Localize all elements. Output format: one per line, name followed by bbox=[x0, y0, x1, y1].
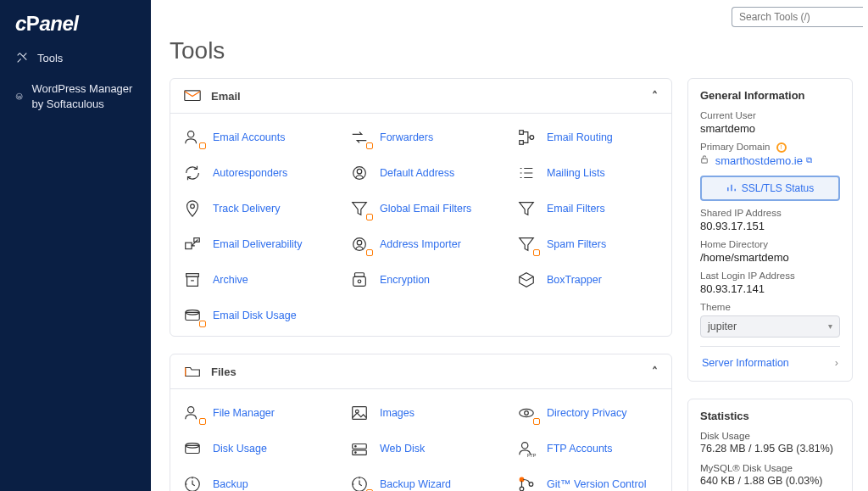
server-information-link[interactable]: Server Information › bbox=[700, 346, 840, 371]
chevron-up-icon: ˄ bbox=[652, 89, 658, 103]
feature-icon: FTP bbox=[515, 438, 538, 459]
feature-address-importer[interactable]: Address Importer bbox=[341, 229, 501, 259]
card-title: General Information bbox=[700, 89, 840, 102]
svg-rect-14 bbox=[187, 276, 198, 286]
feature-icon bbox=[348, 438, 371, 459]
feature-default-address[interactable]: Default Address bbox=[341, 158, 501, 188]
theme-select[interactable]: jupiter ▾ bbox=[700, 315, 840, 338]
svg-point-24 bbox=[525, 411, 529, 416]
feature-icon bbox=[515, 127, 538, 148]
feature-label: Track Delivery bbox=[213, 203, 280, 215]
stat-disk-usage: Disk Usage76.28 MB / 1.95 GB (3.81%) bbox=[700, 431, 840, 455]
feature-label: Backup bbox=[213, 478, 248, 490]
current-user-value: smartdemo bbox=[700, 122, 840, 135]
feature-autoresponders[interactable]: Autoresponders bbox=[174, 158, 334, 188]
svg-point-23 bbox=[520, 409, 534, 416]
feature-icon bbox=[515, 270, 538, 290]
feature-label: Backup Wizard bbox=[380, 478, 451, 490]
primary-domain-link[interactable]: smarthostdemo.ie ⧉ bbox=[715, 154, 812, 167]
feature-icon bbox=[181, 438, 204, 459]
feature-label: FTP Accounts bbox=[547, 443, 613, 455]
theme-label: Theme bbox=[700, 302, 840, 312]
unlock-icon bbox=[700, 154, 709, 167]
feature-ftp-accounts[interactable]: FTPFTP Accounts bbox=[508, 433, 668, 464]
mail-icon bbox=[184, 89, 201, 103]
feature-track-delivery[interactable]: Track Delivery bbox=[174, 193, 334, 224]
feature-email-routing[interactable]: Email Routing bbox=[508, 122, 668, 153]
feature-label: Email Deliverability bbox=[213, 238, 303, 250]
panel-email: Email ˄ Email AccountsForwardersEmail Ro… bbox=[170, 78, 672, 337]
feature-label: Autoresponders bbox=[213, 167, 287, 179]
svg-rect-38 bbox=[702, 159, 708, 163]
feature-archive[interactable]: Archive bbox=[174, 265, 334, 295]
feature-icon bbox=[348, 163, 371, 183]
feature-backup-wizard[interactable]: Backup Wizard bbox=[341, 469, 501, 491]
feature-email-deliverability[interactable]: Email Deliverability bbox=[174, 229, 334, 259]
svg-rect-9 bbox=[186, 243, 192, 248]
stat-value: 76.28 MB / 1.95 GB (3.81%) bbox=[700, 443, 840, 455]
svg-point-12 bbox=[357, 240, 362, 245]
feature-icon bbox=[181, 270, 204, 290]
current-user-label: Current User bbox=[700, 110, 840, 120]
feature-spam-filters[interactable]: Spam Filters bbox=[508, 229, 668, 259]
feature-directory-privacy[interactable]: Directory Privacy bbox=[508, 398, 668, 428]
feature-forwarders[interactable]: Forwarders bbox=[341, 122, 501, 153]
svg-rect-16 bbox=[355, 273, 364, 277]
feature-label: Global Email Filters bbox=[380, 203, 471, 215]
feature-email-filters[interactable]: Email Filters bbox=[508, 193, 668, 224]
feature-label: Email Routing bbox=[547, 131, 613, 143]
feature-label: Email Disk Usage bbox=[213, 310, 297, 321]
stat-label: MySQL® Disk Usage bbox=[700, 463, 840, 473]
statistics-card: Statistics Disk Usage76.28 MB / 1.95 GB … bbox=[687, 399, 853, 491]
feature-git-version-control[interactable]: Git™ Version Control bbox=[508, 469, 668, 491]
feature-label: File Manager bbox=[213, 407, 275, 419]
chevron-up-icon: ˄ bbox=[652, 365, 658, 378]
ssl-status-button[interactable]: SSL/TLS Status bbox=[700, 176, 840, 201]
warning-icon: ! bbox=[776, 142, 787, 153]
sidebar-item-tools[interactable]: Tools bbox=[0, 42, 151, 73]
svg-point-17 bbox=[358, 280, 361, 283]
feature-label: Directory Privacy bbox=[547, 407, 626, 419]
feature-email-disk-usage[interactable]: Email Disk Usage bbox=[174, 300, 334, 331]
card-title: Statistics bbox=[700, 410, 840, 422]
feature-images[interactable]: Images bbox=[341, 398, 501, 428]
svg-point-35 bbox=[520, 477, 524, 482]
svg-rect-4 bbox=[520, 141, 524, 145]
panel-email-header[interactable]: Email ˄ bbox=[170, 79, 671, 114]
svg-point-29 bbox=[355, 446, 356, 447]
feature-label: Spam Filters bbox=[547, 238, 606, 250]
search-input[interactable] bbox=[732, 7, 863, 27]
feature-icon bbox=[515, 234, 538, 254]
feature-file-manager[interactable]: File Manager bbox=[174, 398, 334, 428]
panel-files: Files ˄ File ManagerImagesDirectory Priv… bbox=[170, 354, 672, 491]
feature-mailing-lists[interactable]: Mailing Lists bbox=[508, 158, 668, 188]
feature-icon bbox=[181, 198, 204, 219]
sidebar: cPanel Tools WordPress Manager by Softac… bbox=[0, 0, 151, 491]
panel-files-header[interactable]: Files ˄ bbox=[170, 354, 671, 389]
feature-label: Web Disk bbox=[380, 443, 425, 455]
svg-point-2 bbox=[188, 131, 194, 137]
svg-text:FTP: FTP bbox=[527, 453, 537, 458]
feature-icon bbox=[515, 198, 538, 219]
feature-web-disk[interactable]: Web Disk bbox=[341, 433, 501, 464]
svg-rect-3 bbox=[520, 131, 524, 135]
caret-down-icon: ▾ bbox=[828, 321, 832, 331]
feature-disk-usage[interactable]: Disk Usage bbox=[174, 433, 334, 464]
stat-mysql-disk-usage: MySQL® Disk Usage640 KB / 1.88 GB (0.03%… bbox=[700, 463, 840, 487]
panel-title: Email bbox=[211, 90, 241, 103]
feature-global-email-filters[interactable]: Global Email Filters bbox=[341, 193, 501, 224]
feature-boxtrapper[interactable]: BoxTrapper bbox=[508, 265, 668, 295]
svg-point-20 bbox=[188, 407, 194, 413]
wordpress-icon bbox=[15, 90, 23, 103]
feature-backup[interactable]: Backup bbox=[174, 469, 334, 491]
svg-rect-15 bbox=[353, 276, 366, 286]
sidebar-item-label: Tools bbox=[37, 52, 63, 64]
feature-email-accounts[interactable]: Email Accounts bbox=[174, 122, 334, 153]
feature-icon bbox=[181, 474, 204, 491]
sidebar-item-wordpress[interactable]: WordPress Manager by Softaculous bbox=[0, 73, 151, 120]
feature-label: Mailing Lists bbox=[547, 167, 605, 179]
home-dir-value: /home/smartdemo bbox=[700, 251, 840, 264]
feature-encryption[interactable]: Encryption bbox=[341, 265, 501, 295]
svg-point-30 bbox=[355, 452, 356, 453]
feature-icon bbox=[181, 234, 204, 254]
